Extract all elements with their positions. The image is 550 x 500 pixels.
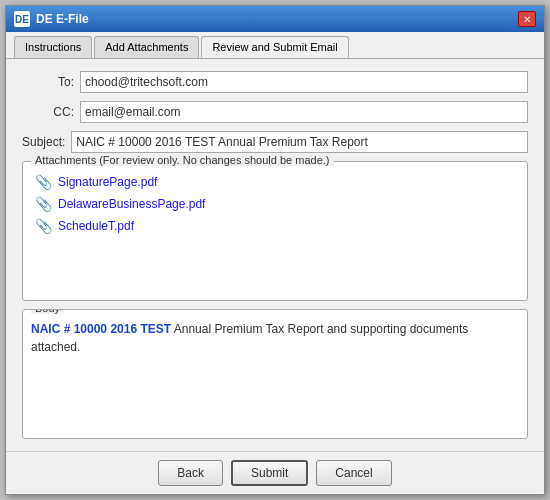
to-label: To: <box>22 75 74 89</box>
window-title: DE E-File <box>36 12 89 26</box>
tab-add-attachments[interactable]: Add Attachments <box>94 36 199 58</box>
cc-input[interactable] <box>80 101 528 123</box>
attachments-list: 📎 SignaturePage.pdf 📎 DelawareBusinessPa… <box>31 172 519 292</box>
body-group: Body NAIC # 10000 2016 TEST Annual Premi… <box>22 309 528 439</box>
to-row: To: <box>22 71 528 93</box>
subject-row: Subject: <box>22 131 528 153</box>
title-bar: DE DE E-File ✕ <box>6 6 544 32</box>
paperclip-icon: 📎 <box>35 218 52 234</box>
attachment-item[interactable]: 📎 SignaturePage.pdf <box>31 172 519 192</box>
footer: Back Submit Cancel <box>6 451 544 494</box>
tab-bar: Instructions Add Attachments Review and … <box>6 32 544 59</box>
attachments-legend: Attachments (For review only. No changes… <box>31 154 334 166</box>
cancel-button[interactable]: Cancel <box>316 460 391 486</box>
main-window: DE DE E-File ✕ Instructions Add Attachme… <box>5 5 545 495</box>
subject-label: Subject: <box>22 135 65 149</box>
tab-instructions[interactable]: Instructions <box>14 36 92 58</box>
cc-label: CC: <box>22 105 74 119</box>
body-highlight: NAIC # 10000 2016 TEST <box>31 322 171 336</box>
close-button[interactable]: ✕ <box>518 11 536 27</box>
cc-row: CC: <box>22 101 528 123</box>
paperclip-icon: 📎 <box>35 174 52 190</box>
submit-button[interactable]: Submit <box>231 460 308 486</box>
content-area: To: CC: Subject: Attachments (For review… <box>6 59 544 451</box>
body-text: NAIC # 10000 2016 TEST Annual Premium Ta… <box>31 322 468 354</box>
back-button[interactable]: Back <box>158 460 223 486</box>
attachment-item[interactable]: 📎 DelawareBusinessPage.pdf <box>31 194 519 214</box>
attachment-item[interactable]: 📎 ScheduleT.pdf <box>31 216 519 236</box>
tab-review-submit-email[interactable]: Review and Submit Email <box>201 36 348 58</box>
paperclip-icon: 📎 <box>35 196 52 212</box>
attachments-group: Attachments (For review only. No changes… <box>22 161 528 301</box>
to-input[interactable] <box>80 71 528 93</box>
body-legend: Body <box>31 309 64 314</box>
subject-input[interactable] <box>71 131 528 153</box>
app-icon: DE <box>14 11 30 27</box>
body-content: NAIC # 10000 2016 TEST Annual Premium Ta… <box>31 320 519 400</box>
